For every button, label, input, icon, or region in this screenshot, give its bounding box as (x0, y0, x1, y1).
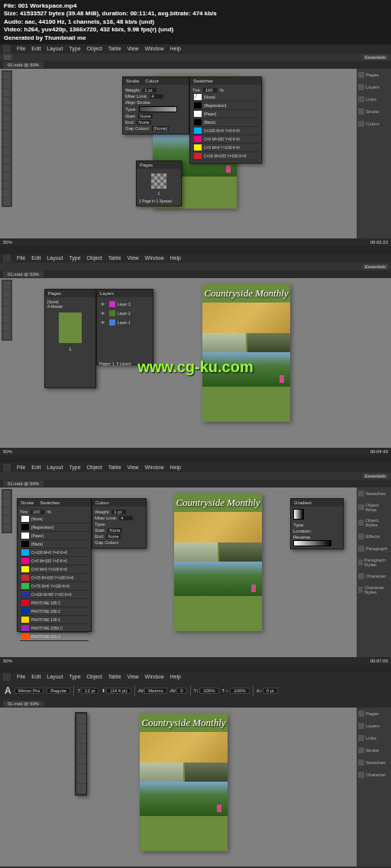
hand-tool[interactable] (77, 774, 86, 783)
swatches-panel-full[interactable]: Stroke Swatches Tint:100% [None] [Regist… (17, 498, 92, 632)
weight-input[interactable]: 1 pt (143, 88, 157, 92)
pages-tab[interactable]: Pages (140, 163, 153, 167)
swatch-item[interactable]: PANTONE 109 C (20, 616, 89, 624)
menu-view[interactable]: View (128, 255, 139, 261)
swatch-magenta[interactable]: C=0 M=100 Y=0 K=0 (192, 135, 259, 144)
menu-table[interactable]: Table (108, 465, 121, 470)
menu-edit[interactable]: Edit (31, 255, 40, 261)
menu-view[interactable]: View (128, 465, 139, 470)
stroke-panel[interactable]: Stroke Colour Weight:1 pt Miter Limit:4 … (122, 76, 189, 134)
gradient-tab[interactable]: Gradient (294, 500, 312, 505)
menu-table[interactable]: Table (108, 674, 121, 679)
colour-icon[interactable] (358, 121, 364, 127)
layers-icon[interactable] (358, 723, 364, 729)
swatches-tab[interactable]: Swatches (193, 79, 213, 83)
stroke-icon[interactable] (358, 108, 364, 115)
gradient-panel[interactable]: Gradient Type: Location: Reverse (290, 498, 344, 549)
menu-type[interactable]: Type (69, 255, 80, 261)
swatch-item[interactable]: C=15 M=100 Y=100 K=0 (20, 574, 89, 582)
pen-tool[interactable] (3, 306, 11, 314)
layer-row[interactable]: 👁Layer 1 (99, 318, 150, 327)
menu-edit[interactable]: Edit (31, 465, 40, 470)
menu-window[interactable]: Window (145, 46, 164, 51)
pages-icon[interactable] (358, 72, 364, 78)
tint-input[interactable]: 100 (31, 510, 44, 514)
gap-colour-select[interactable]: [None] (152, 126, 169, 131)
menu-edit[interactable]: Edit (31, 46, 40, 51)
type-tool[interactable] (3, 499, 11, 507)
kerning-input[interactable]: Metrics (144, 688, 166, 694)
menu-view[interactable]: View (128, 674, 139, 679)
pen-tool[interactable] (3, 507, 11, 515)
zoom-tool[interactable] (3, 332, 11, 339)
direct-selection-tool[interactable] (3, 80, 11, 88)
swatch-item[interactable]: PANTONE 2592 C (20, 624, 89, 633)
zoom-level[interactable]: 50% (3, 449, 12, 454)
character-icon[interactable] (358, 772, 364, 778)
menu-file[interactable]: File (17, 674, 25, 679)
menu-object[interactable]: Object (87, 46, 102, 51)
workspace-switcher[interactable]: Essentials (363, 474, 388, 478)
miter-input[interactable]: 4 (150, 94, 163, 99)
swatch-item[interactable]: C=0 M=100 Y=0 K=0 (20, 557, 89, 565)
tracking-input[interactable]: 0 (176, 688, 186, 694)
page-tool[interactable] (3, 89, 11, 96)
zoom-level[interactable]: 50% (3, 659, 12, 663)
gap-tool[interactable] (3, 97, 11, 105)
colour-tab[interactable]: Colour (95, 500, 109, 505)
menu-layout[interactable]: Layout (47, 674, 63, 679)
menu-table[interactable]: Table (108, 255, 121, 261)
vscale-input[interactable]: 100% (199, 688, 218, 694)
swatch-item[interactable]: PANTONE 021 C (20, 633, 89, 641)
miter-input[interactable]: 4 (119, 516, 133, 520)
start-select[interactable]: None (138, 114, 152, 118)
type-tool[interactable] (3, 105, 11, 113)
pages-icon[interactable] (358, 711, 364, 717)
pages-tab[interactable]: Pages (48, 291, 61, 296)
swatches-tab[interactable]: Swatches (40, 500, 60, 505)
menu-file[interactable]: File (17, 255, 25, 261)
links-icon[interactable] (358, 96, 364, 102)
menu-window[interactable]: Window (145, 255, 164, 261)
floating-tools[interactable] (75, 712, 87, 795)
menu-help[interactable]: Help (170, 46, 180, 51)
menu-help[interactable]: Help (170, 674, 180, 679)
rectangle-tool[interactable] (3, 315, 11, 322)
menu-object[interactable]: Object (87, 255, 102, 261)
selection-tool[interactable] (3, 491, 11, 498)
cstyles-icon[interactable] (358, 587, 363, 593)
swatch-item[interactable]: C=100 M=90 Y=10 K=0 (20, 591, 89, 599)
menu-window[interactable]: Window (145, 465, 164, 470)
swatch-red[interactable]: C=15 M=100 Y=100 K=0 (192, 152, 259, 160)
menu-layout[interactable]: Layout (47, 465, 63, 470)
swatch-none[interactable]: ╱[None] (192, 93, 259, 102)
direct-selection-tool[interactable] (3, 290, 11, 297)
zoom-tool[interactable] (3, 198, 11, 206)
ostyles-icon[interactable] (358, 520, 364, 526)
hand-tool[interactable] (3, 323, 11, 331)
layers-tab[interactable]: Layers (100, 291, 114, 296)
stroke-icon[interactable] (358, 747, 364, 753)
menu-file[interactable]: File (17, 465, 25, 470)
selection-tool[interactable] (3, 281, 11, 289)
menu-object[interactable]: Object (87, 465, 102, 470)
menu-layout[interactable]: Layout (47, 255, 63, 261)
document-tab[interactable]: 01.indd @ 50% (3, 271, 44, 277)
swatch-item[interactable]: C=75 M=5 Y=100 K=0 (20, 582, 89, 591)
swatch-item[interactable]: [Black] (20, 540, 89, 549)
swatch-black[interactable]: [Black] (192, 118, 259, 127)
swatch-item[interactable]: C=0 M=0 Y=100 K=0 (20, 565, 89, 574)
selection-tool[interactable] (3, 72, 11, 79)
document-tab[interactable]: 01.indd @ 50% (3, 481, 44, 487)
hand-tool[interactable] (3, 189, 11, 197)
effects-icon[interactable] (358, 533, 364, 539)
hand-tool[interactable] (3, 524, 11, 532)
stroke-tab[interactable]: Stroke (126, 79, 139, 83)
menu-object[interactable]: Object (87, 674, 102, 679)
page-tool[interactable] (77, 734, 86, 743)
menu-type[interactable]: Type (69, 674, 80, 679)
leading-input[interactable]: (14.4 pt) (106, 688, 131, 694)
swatch-cyan[interactable]: C=100 M=0 Y=0 K=0 (192, 127, 259, 135)
baseline-input[interactable]: 0 pt (263, 688, 278, 694)
links-icon[interactable] (358, 735, 364, 741)
